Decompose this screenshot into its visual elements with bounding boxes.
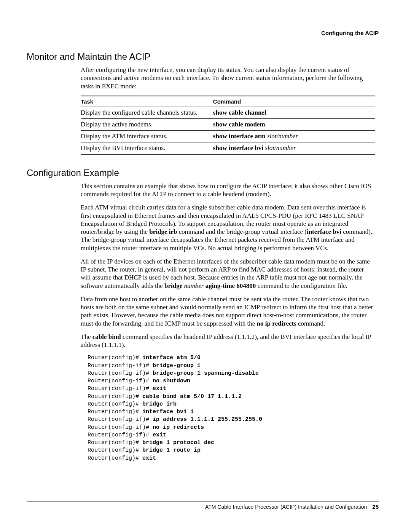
command-cell: show interface bvi slot/number [213, 142, 375, 154]
section-title-config-example: Configuration Example [27, 168, 379, 178]
th-task: Task [81, 96, 213, 107]
table-row: Display the configured cable channels st… [81, 107, 375, 118]
footer-doc-title: ATM Cable Interface Processor (ACIP) Ins… [205, 504, 367, 510]
table-row: Display the ATM interface status. show i… [81, 130, 375, 142]
task-cell: Display the configured cable channels st… [81, 107, 213, 118]
footer-page-number: 25 [372, 503, 379, 510]
config-p3: All of the IP devices on each of the Eth… [81, 257, 375, 290]
config-code-block: Router(config)# interface atm 5/0 Router… [88, 354, 375, 462]
section1-intro: After configuring the new interface, you… [81, 66, 375, 90]
section1-body: After configuring the new interface, you… [81, 66, 375, 155]
config-p5: The cable bind command specifies the hea… [81, 333, 375, 349]
th-command: Command [213, 96, 375, 107]
content: Monitor and Maintain the ACIP After conf… [27, 51, 379, 462]
task-command-table: Task Command Display the configured cabl… [81, 96, 375, 155]
task-cell: Display the active modems. [81, 118, 213, 130]
command-cell: show cable modem [213, 118, 375, 130]
footer: ATM Cable Interface Processor (ACIP) Ins… [27, 502, 379, 510]
config-p2: Each ATM virtual circuit carries data fo… [81, 203, 375, 252]
footer-line: ATM Cable Interface Processor (ACIP) Ins… [27, 503, 379, 510]
page: Configuring the ACIP Monitor and Maintai… [0, 0, 411, 532]
task-cell: Display the BVI interface status. [81, 142, 213, 154]
command-cell: show interface atm slot/number [213, 130, 375, 142]
config-p1: This section contains an example that sh… [81, 182, 375, 198]
section2-body: This section contains an example that sh… [81, 182, 375, 462]
table-row: Display the active modems. show cable mo… [81, 118, 375, 130]
config-p4: Data from one host to another on the sam… [81, 295, 375, 328]
running-header: Configuring the ACIP [321, 30, 379, 36]
table-row: Display the BVI interface status. show i… [81, 142, 375, 154]
command-cell: show cable channel [213, 107, 375, 118]
section-title-monitor: Monitor and Maintain the ACIP [27, 51, 379, 62]
task-cell: Display the ATM interface status. [81, 130, 213, 142]
